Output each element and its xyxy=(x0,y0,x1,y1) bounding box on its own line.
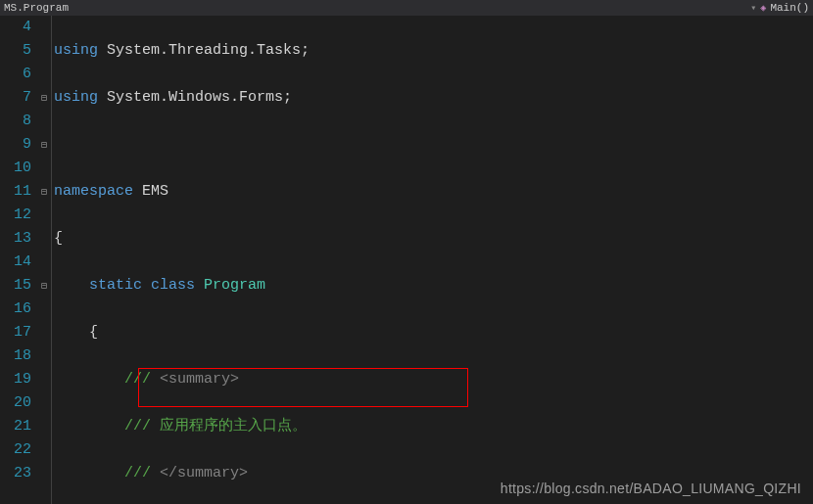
line-number: 13 xyxy=(0,227,31,251)
line-number: 7 xyxy=(0,86,31,110)
breadcrumb-right[interactable]: ▾ ◈ Main() xyxy=(750,2,809,14)
code-line: using System.Windows.Forms; xyxy=(54,86,813,110)
code-line: /// <summary> xyxy=(54,368,813,391)
chevron-down-icon: ▾ xyxy=(750,2,756,14)
breadcrumb-bar: MS.Program ▾ ◈ Main() xyxy=(0,0,813,16)
line-number: 10 xyxy=(0,157,31,180)
line-number: 20 xyxy=(0,391,31,415)
line-number: 16 xyxy=(0,298,31,321)
fold-toggle-icon[interactable] xyxy=(37,86,51,110)
breadcrumb-namespace: MS.Program xyxy=(4,2,69,14)
code-line: { xyxy=(54,321,813,344)
line-number: 12 xyxy=(0,204,31,227)
breadcrumb-left[interactable]: MS.Program xyxy=(4,2,750,14)
watermark-text: https://blog.csdn.net/BADAO_LIUMANG_QIZH… xyxy=(501,481,801,496)
code-line: /// 应用程序的主入口点。 xyxy=(54,415,813,438)
code-line: namespace EMS xyxy=(54,180,813,204)
code-line: static class Program xyxy=(54,274,813,298)
line-number: 17 xyxy=(0,321,31,344)
breadcrumb-member: Main() xyxy=(770,2,809,14)
method-icon: ◈ xyxy=(760,2,766,14)
fold-toggle-icon[interactable] xyxy=(37,180,51,204)
code-line: { xyxy=(54,227,813,251)
line-number: 11 xyxy=(0,180,31,204)
code-line xyxy=(54,133,813,157)
line-number: 5 xyxy=(0,39,31,63)
line-number-gutter: 4567891011121314151617181920212223 xyxy=(0,16,37,504)
line-number: 23 xyxy=(0,462,31,485)
line-number: 18 xyxy=(0,344,31,368)
line-number: 6 xyxy=(0,63,31,86)
line-number: 4 xyxy=(0,16,31,39)
fold-toggle-icon[interactable] xyxy=(37,274,51,298)
line-number: 22 xyxy=(0,438,31,462)
line-number: 21 xyxy=(0,415,31,438)
code-area[interactable]: using System.Threading.Tasks; using Syst… xyxy=(51,16,813,504)
line-number: 15 xyxy=(0,274,31,298)
code-line: using System.Threading.Tasks; xyxy=(54,39,813,63)
line-number: 19 xyxy=(0,368,31,391)
line-number: 9 xyxy=(0,133,31,157)
code-editor[interactable]: 4567891011121314151617181920212223 using… xyxy=(0,16,813,504)
line-number: 14 xyxy=(0,251,31,274)
fold-column xyxy=(37,16,51,504)
line-number: 8 xyxy=(0,110,31,133)
fold-toggle-icon[interactable] xyxy=(37,133,51,157)
